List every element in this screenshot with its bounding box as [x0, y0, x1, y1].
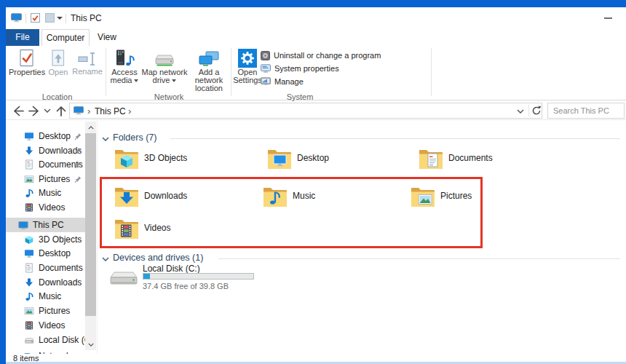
sidebar-item-documents-pc[interactable]: Documents — [6, 261, 85, 275]
scroll-down-icon — [88, 343, 94, 347]
address-dropdown-chevron-icon[interactable] — [517, 109, 524, 114]
navigation-bar: › This PC › — [6, 101, 626, 120]
scroll-up-button[interactable] — [85, 122, 96, 133]
drives-section-header[interactable]: Devices and drives (1) — [113, 253, 203, 263]
network-location-icon — [197, 50, 221, 68]
folder-documents-icon — [418, 147, 444, 170]
access-media-button[interactable]: Access media — [108, 47, 141, 92]
videos-icon — [24, 320, 34, 331]
file-explorer-window: This PC File Computer View Properties Op… — [6, 7, 626, 362]
sidebar-item-desktop-pc[interactable]: Desktop — [6, 246, 85, 261]
pictures-icon — [24, 306, 34, 316]
properties-quick-icon[interactable] — [31, 13, 40, 23]
folder-tile-3d-objects[interactable]: 3D Objects — [114, 147, 259, 176]
open-button[interactable]: Open — [45, 47, 71, 92]
group-divider — [431, 48, 432, 96]
main-area: Desktop Downloads Documents Pictures Mus — [6, 121, 626, 354]
dropdown-chevron-icon — [134, 79, 138, 82]
address-bar[interactable]: › This PC › — [69, 103, 542, 119]
group-divider — [106, 48, 106, 96]
red-highlight-rectangle — [100, 177, 483, 248]
uninstall-program-item[interactable]: Uninstall or change a program — [261, 50, 381, 60]
minimize-button[interactable] — [604, 17, 612, 19]
this-pc-icon — [11, 13, 22, 23]
3d-objects-icon — [24, 234, 34, 245]
search-input[interactable] — [548, 103, 624, 118]
group-divider — [231, 48, 231, 96]
documents-icon — [24, 159, 34, 170]
customize-qat-chevron-icon[interactable] — [57, 17, 63, 20]
tab-computer[interactable]: Computer — [41, 29, 90, 46]
drive-usage-bar — [143, 273, 254, 280]
pictures-icon — [24, 174, 34, 184]
gear-icon — [238, 49, 257, 68]
status-bar: 8 items — [6, 354, 626, 362]
drive-tile-local-disk[interactable]: Local Disk (C:) 37.4 GB free of 39.8 GB — [109, 264, 262, 294]
breadcrumb-this-pc[interactable]: This PC — [95, 106, 126, 116]
pin-icon — [74, 147, 82, 155]
sidebar-item-videos[interactable]: Videos — [6, 200, 85, 215]
folder-tile-desktop[interactable]: Desktop — [266, 147, 412, 176]
open-settings-button[interactable]: Open Settings — [233, 47, 262, 92]
section-rule — [170, 138, 620, 139]
sidebar-item-documents[interactable]: Documents — [6, 157, 85, 172]
sidebar-item-local-disk[interactable]: Local Disk (C:) — [6, 333, 85, 347]
collapse-folders-chevron-icon[interactable] — [102, 137, 109, 141]
sidebar-scrollbar[interactable] — [85, 122, 96, 350]
scrollbar-thumb[interactable] — [85, 133, 96, 316]
scroll-down-button[interactable] — [85, 339, 96, 350]
folder-desktop-icon — [266, 147, 293, 170]
breadcrumb-chevron: › — [87, 106, 90, 116]
sidebar-item-downloads[interactable]: Downloads — [6, 143, 85, 158]
up-icon[interactable] — [54, 103, 68, 118]
pin-icon — [74, 161, 82, 169]
ribbon: Properties Open Rename Access media Map … — [6, 46, 626, 100]
uninstall-program-icon — [261, 51, 270, 60]
rename-icon — [78, 51, 97, 67]
this-pc-icon — [18, 220, 28, 230]
music-icon — [24, 291, 34, 301]
media-server-icon — [114, 49, 135, 68]
pin-icon — [74, 132, 82, 141]
sidebar-item-3d-objects[interactable]: 3D Objects — [6, 232, 85, 247]
collapse-drives-chevron-icon[interactable] — [102, 257, 109, 261]
back-icon[interactable] — [10, 103, 25, 118]
sidebar-item-music-pc[interactable]: Music — [6, 289, 85, 304]
properties-button[interactable]: Properties — [9, 47, 45, 92]
group-label-system: System — [231, 92, 369, 101]
dropdown-chevron-icon — [172, 79, 176, 82]
title-bar: This PC — [6, 7, 626, 29]
group-label-location: Location — [9, 92, 106, 101]
folder-tile-documents[interactable]: Documents — [418, 147, 563, 176]
forward-icon[interactable] — [28, 103, 42, 118]
tab-view[interactable]: View — [90, 29, 124, 46]
tab-file[interactable]: File — [6, 29, 39, 46]
downloads-icon — [24, 277, 34, 288]
manage-item[interactable]: Manage — [261, 76, 304, 87]
add-network-location-button[interactable]: Add a network location — [188, 47, 230, 92]
sidebar-item-pictures[interactable]: Pictures — [6, 172, 85, 186]
sidebar-item-videos-pc[interactable]: Videos — [6, 318, 85, 333]
search-box[interactable] — [547, 103, 625, 119]
desktop-icon — [24, 248, 34, 258]
system-properties-item[interactable]: System properties — [261, 63, 339, 74]
divider — [66, 14, 66, 23]
quick-access-tool-icon[interactable] — [45, 13, 55, 23]
sidebar-item-desktop[interactable]: Desktop — [6, 129, 85, 143]
sidebar-item-this-pc[interactable]: This PC — [6, 218, 85, 232]
sidebar-item-downloads-pc[interactable]: Downloads — [6, 275, 85, 290]
desktop: This PC File Computer View Properties Op… — [0, 0, 626, 364]
open-icon — [49, 49, 67, 68]
map-network-drive-button[interactable]: Map network drive — [141, 47, 188, 92]
ribbon-tabs: File Computer View — [6, 29, 626, 46]
folders-section-header[interactable]: Folders (7) — [113, 132, 156, 143]
network-drive-icon — [154, 50, 175, 68]
sidebar-item-music[interactable]: Music — [6, 186, 85, 200]
breadcrumb-chevron: › — [128, 106, 131, 116]
section-rule — [218, 258, 620, 259]
recent-locations-chevron-icon[interactable] — [44, 108, 51, 113]
refresh-icon[interactable] — [531, 106, 542, 116]
rename-button[interactable]: Rename — [71, 47, 103, 92]
scroll-up-icon — [88, 126, 94, 130]
sidebar-item-pictures-pc[interactable]: Pictures — [6, 304, 85, 318]
